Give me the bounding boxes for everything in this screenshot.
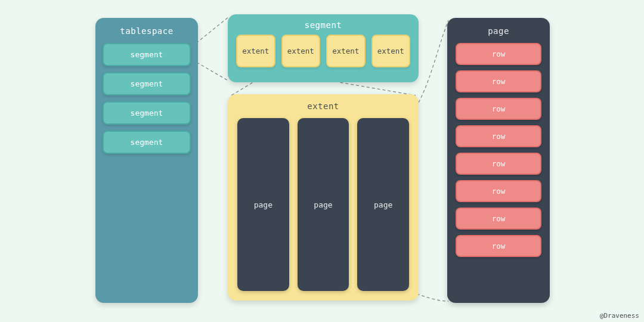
segment-item: extent (236, 35, 275, 67)
tablespace-box: tablespace segment segment segment segme… (95, 18, 198, 303)
tablespace-item: segment (103, 72, 191, 95)
segment-title: segment (236, 20, 410, 30)
tablespace-item: segment (103, 43, 191, 66)
tablespace-title: tablespace (103, 26, 191, 36)
segment-items-row: extent extent extent extent (236, 35, 410, 67)
page-item: row (456, 153, 541, 175)
extent-items-row: page page page (237, 118, 409, 291)
extent-item: page (357, 118, 409, 291)
page-item: row (456, 125, 541, 147)
tablespace-item: segment (103, 101, 191, 125)
page-item: row (456, 180, 541, 202)
segment-item: extent (371, 35, 411, 67)
page-title: page (456, 26, 541, 36)
page-item: row (456, 208, 541, 230)
page-box: page row row row row row row row row (447, 18, 550, 303)
segment-item: extent (281, 35, 321, 67)
extent-box: extent page page page (228, 94, 419, 301)
extent-item: page (237, 118, 289, 291)
page-item: row (456, 43, 541, 65)
extent-title: extent (237, 101, 409, 111)
page-item: row (456, 70, 541, 92)
tablespace-item: segment (103, 131, 191, 154)
extent-item: page (298, 118, 349, 291)
segment-item: extent (326, 35, 366, 67)
segment-box: segment extent extent extent extent (228, 14, 419, 82)
attribution-label: @Draveness (600, 312, 639, 320)
diagram-stage: tablespace segment segment segment segme… (0, 0, 644, 322)
page-item: row (456, 98, 541, 120)
page-item: row (456, 235, 541, 257)
